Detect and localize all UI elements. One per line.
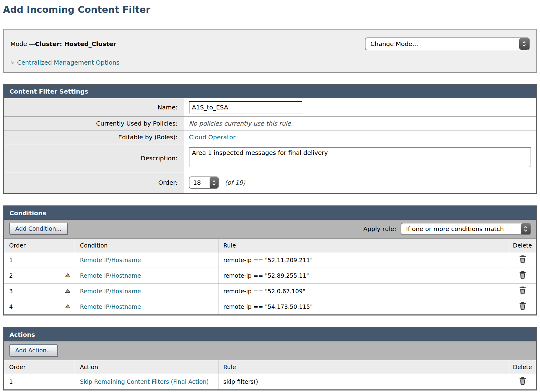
disclosure-triangle-icon	[10, 60, 14, 65]
name-input[interactable]	[189, 101, 302, 113]
settings-row-name: Name:	[4, 98, 536, 117]
policies-label: Currently Used by Policies:	[4, 117, 184, 130]
content-filter-settings-header: Content Filter Settings	[4, 85, 536, 98]
add-condition-button[interactable]: Add Condition...	[9, 223, 67, 234]
conditions-toolbar: Add Condition... Apply rule: If one or m…	[4, 220, 536, 238]
order-number: 1	[9, 378, 13, 385]
add-action-button[interactable]: Add Action...	[9, 344, 58, 356]
condition-row: 3 Remote IP/Hostname remote-ip == "52.0.…	[4, 283, 536, 299]
rule-cell: skip-filters()	[218, 374, 509, 390]
change-mode-selected-option: Change Mode...	[365, 40, 519, 48]
order-of-note: (of 19)	[225, 179, 245, 186]
action-order-cell: 1	[4, 374, 75, 390]
rule-cell: remote-ip == "52.0.67.109"	[218, 283, 509, 299]
trash-icon[interactable]	[519, 255, 526, 263]
apply-rule-select[interactable]: If one or more conditions match	[401, 223, 531, 235]
column-header-order: Order	[4, 239, 75, 252]
mode-label: Mode —	[10, 40, 35, 48]
column-header-condition: Condition	[75, 239, 218, 252]
actions-header-row: Order Action Rule Delete	[4, 360, 536, 374]
mode-value: Cluster: Hosted_Cluster	[35, 40, 116, 48]
description-label: Description:	[4, 144, 184, 172]
cloud-operator-link[interactable]: Cloud Operator	[189, 134, 236, 141]
centralized-management-options-link[interactable]: Centralized Management Options	[17, 59, 120, 66]
settings-row-roles: Editable by (Roles): Cloud Operator	[4, 130, 536, 144]
condition-order-cell: 2	[4, 268, 75, 283]
content-filter-settings-section: Content Filter Settings Name: Currently …	[3, 84, 537, 194]
column-header-rule: Rule	[218, 360, 509, 374]
select-stepper-icon	[519, 38, 529, 50]
conditions-section: Conditions Add Condition... Apply rule: …	[3, 205, 537, 315]
description-textarea[interactable]: Area 1 inspected messages for final deli…	[189, 147, 531, 167]
order-selected-option: 18	[189, 179, 210, 186]
condition-link[interactable]: Remote IP/Hostname	[80, 272, 141, 279]
trash-icon[interactable]	[519, 302, 526, 310]
actions-header: Actions	[4, 328, 536, 341]
rule-cell: remote-ip == "52.11.209.211"	[218, 252, 509, 268]
order-number: 4	[9, 303, 13, 310]
policies-value: No policies currently use this rule.	[189, 120, 293, 127]
condition-link[interactable]: Remote IP/Hostname	[80, 303, 141, 310]
column-header-delete: Delete	[509, 360, 536, 374]
apply-rule-label: Apply rule:	[363, 225, 396, 233]
condition-order-cell: 3	[4, 283, 75, 299]
condition-link[interactable]: Remote IP/Hostname	[80, 288, 141, 294]
column-header-order: Order	[4, 360, 75, 374]
condition-row: 2 Remote IP/Hostname remote-ip == "52.89…	[4, 268, 536, 283]
rule-cell: remote-ip == "54.173.50.115"	[218, 299, 509, 315]
mode-panel: Mode —Cluster: Hosted_Cluster Change Mod…	[3, 29, 537, 73]
order-number: 2	[9, 272, 13, 279]
order-select[interactable]: 18	[189, 176, 219, 189]
settings-row-order: Order: 18 (of 19)	[4, 172, 536, 193]
name-label: Name:	[4, 98, 184, 117]
select-stepper-icon	[210, 177, 218, 188]
rule-cell: remote-ip == "52.89.255.11"	[218, 268, 509, 283]
select-stepper-icon	[521, 223, 531, 234]
page: Add Incoming Content Filter Mode —Cluste…	[3, 0, 537, 392]
column-header-action: Action	[75, 360, 218, 374]
settings-row-policies: Currently Used by Policies: No policies …	[4, 117, 536, 130]
conditions-header: Conditions	[4, 206, 536, 220]
change-mode-select[interactable]: Change Mode...	[365, 37, 530, 50]
column-header-delete: Delete	[509, 239, 536, 252]
condition-row: 1 Remote IP/Hostname remote-ip == "52.11…	[4, 252, 536, 268]
roles-label: Editable by (Roles):	[4, 130, 184, 144]
condition-order-cell: 4	[4, 299, 75, 315]
order-number: 3	[9, 288, 13, 294]
order-number: 1	[9, 257, 13, 263]
trash-icon[interactable]	[519, 377, 526, 385]
settings-row-description: Description: Area 1 inspected messages f…	[4, 144, 536, 172]
mode-row: Mode —Cluster: Hosted_Cluster Change Mod…	[10, 37, 530, 50]
move-up-icon[interactable]	[65, 273, 70, 277]
page-title: Add Incoming Content Filter	[3, 4, 537, 15]
apply-rule-group: Apply rule: If one or more conditions ma…	[363, 223, 531, 235]
order-label: Order:	[4, 172, 184, 193]
apply-rule-selected-option: If one or more conditions match	[401, 225, 521, 233]
actions-table: Order Action Rule Delete 1 Skip Remainin…	[4, 360, 536, 390]
action-row: 1 Skip Remaining Content Filters (Final …	[4, 374, 536, 390]
condition-order-cell: 1	[4, 252, 75, 268]
trash-icon[interactable]	[519, 287, 526, 294]
settings-table: Name: Currently Used by Policies: No pol…	[4, 98, 536, 193]
trash-icon[interactable]	[519, 271, 526, 279]
mode-text: Mode —Cluster: Hosted_Cluster	[10, 40, 116, 48]
action-link[interactable]: Skip Remaining Content Filters (Final Ac…	[80, 378, 209, 385]
actions-section: Actions Add Action... Order Action Rule …	[3, 327, 537, 390]
centralized-management-options-row: Centralized Management Options	[10, 59, 530, 66]
move-up-icon[interactable]	[65, 289, 70, 293]
condition-link[interactable]: Remote IP/Hostname	[80, 257, 141, 263]
condition-row: 4 Remote IP/Hostname remote-ip == "54.17…	[4, 299, 536, 315]
move-up-icon[interactable]	[65, 304, 70, 308]
column-header-rule: Rule	[218, 239, 509, 252]
conditions-table: Order Condition Rule Delete 1 Remote IP/…	[4, 238, 536, 315]
actions-toolbar: Add Action...	[4, 341, 536, 360]
conditions-header-row: Order Condition Rule Delete	[4, 239, 536, 252]
